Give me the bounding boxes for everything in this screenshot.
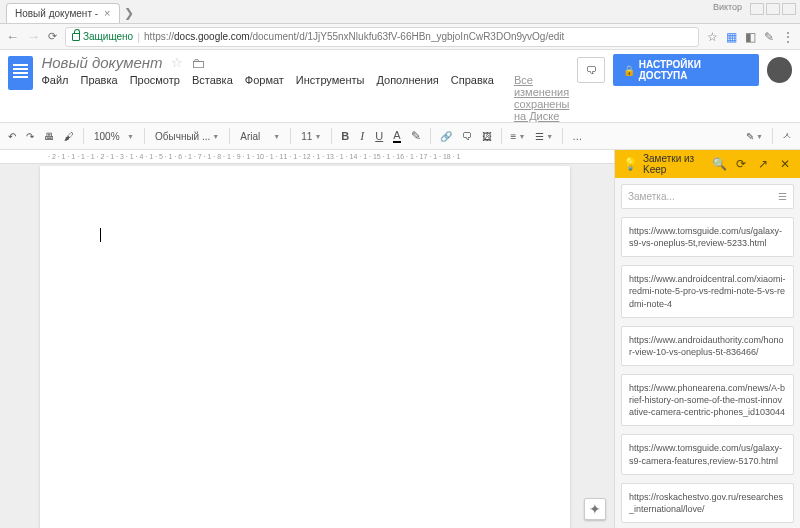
address-bar: ← → ⟳ Защищено | https://docs.google.com… <box>0 24 800 50</box>
paint-format-button[interactable]: 🖌 <box>60 129 78 144</box>
new-tab-button[interactable]: ❯ <box>124 6 134 20</box>
menu-bar: Файл Правка Просмотр Вставка Формат Инст… <box>41 74 569 122</box>
hide-menus-button[interactable]: ㅅ <box>778 127 796 145</box>
font-size-select[interactable]: 11▼ <box>296 129 326 144</box>
italic-button[interactable]: I <box>355 127 369 146</box>
explore-button[interactable]: ✦ <box>584 498 606 520</box>
menu-file[interactable]: Файл <box>41 74 68 122</box>
toolbar: ↶ ↷ 🖶 🖌 100%▼ Обычный ...▼ Arial▼ 11▼ B … <box>0 122 800 150</box>
document-canvas[interactable]: · 2 · 1 · 1 · 1 · 1 · 2 · 1 · 3 · 1 · 4 … <box>0 150 614 528</box>
save-status[interactable]: Все изменения сохранены на Диске <box>514 74 570 122</box>
secure-label: Защищено <box>83 31 133 42</box>
refresh-icon[interactable]: ⟳ <box>732 157 750 171</box>
star-icon[interactable]: ☆ <box>171 55 183 70</box>
search-icon[interactable]: 🔍 <box>710 157 728 171</box>
keep-bulb-icon: 💡 <box>621 157 639 171</box>
text-color-button[interactable]: A <box>389 128 404 145</box>
line-spacing-button[interactable]: ☰▼ <box>531 129 557 144</box>
url-text: https://docs.google.com/document/d/1JjY5… <box>144 31 564 42</box>
redo-button[interactable]: ↷ <box>22 129 38 144</box>
browser-tab[interactable]: Новый документ - × <box>6 3 120 23</box>
keep-note[interactable]: https://roskachestvo.gov.ru/researches_i… <box>621 483 794 523</box>
highlight-button[interactable]: ✎ <box>407 127 425 145</box>
browser-tabstrip: Новый документ - × ❯ Виктор <box>0 0 800 24</box>
menu-format[interactable]: Формат <box>245 74 284 122</box>
style-select[interactable]: Обычный ...▼ <box>150 129 224 144</box>
tab-title: Новый документ - <box>15 8 98 19</box>
document-title[interactable]: Новый документ <box>41 54 162 71</box>
underline-button[interactable]: U <box>371 128 387 144</box>
extension-icon[interactable]: ✎ <box>764 30 774 44</box>
insert-comment-button[interactable]: 🗨 <box>458 129 476 144</box>
avatar[interactable] <box>767 57 792 83</box>
keep-note[interactable]: https://www.tomsguide.com/us/galaxy-s9-c… <box>621 434 794 474</box>
lock-icon <box>72 33 80 41</box>
keep-note[interactable]: https://www.androidcentral.com/xiaomi-re… <box>621 265 794 317</box>
star-icon[interactable]: ☆ <box>707 30 718 44</box>
menu-view[interactable]: Просмотр <box>130 74 180 122</box>
page[interactable] <box>40 166 570 528</box>
bold-button[interactable]: B <box>337 128 353 144</box>
reload-button[interactable]: ⟳ <box>48 30 57 43</box>
insert-image-button[interactable]: 🖼 <box>478 129 496 144</box>
docs-header: Новый документ ☆ 🗀 Файл Правка Просмотр … <box>0 50 800 122</box>
docs-logo-icon[interactable] <box>8 56 33 90</box>
forward-button[interactable]: → <box>27 29 40 44</box>
keep-note[interactable]: https://www.phonearena.com/news/A-brief-… <box>621 374 794 426</box>
keep-note[interactable]: https://www.tomsguide.com/us/galaxy-s9-v… <box>621 217 794 257</box>
more-button[interactable]: … <box>568 129 586 144</box>
secure-badge: Защищено <box>72 31 133 42</box>
lock-icon: 🔒 <box>623 65 635 76</box>
zoom-select[interactable]: 100%▼ <box>89 129 139 144</box>
window-controls <box>750 3 796 15</box>
share-label: НАСТРОЙКИ ДОСТУПА <box>639 59 749 81</box>
open-external-icon[interactable]: ↗ <box>754 157 772 171</box>
comments-button[interactable]: 🗨 <box>577 57 604 83</box>
menu-help[interactable]: Справка <box>451 74 494 122</box>
extension-icons: ☆ ▦ ◧ ✎ ⋮ <box>707 30 794 44</box>
close-window-button[interactable] <box>782 3 796 15</box>
undo-button[interactable]: ↶ <box>4 129 20 144</box>
keep-sidebar: 💡 Заметки из Keep 🔍 ⟳ ↗ ✕ Заметка... ☰ h… <box>614 150 800 528</box>
minimize-button[interactable] <box>750 3 764 15</box>
extension-icon[interactable]: ▦ <box>726 30 737 44</box>
menu-addons[interactable]: Дополнения <box>376 74 438 122</box>
align-button[interactable]: ≡▼ <box>507 129 530 144</box>
font-select[interactable]: Arial▼ <box>235 129 285 144</box>
profile-name[interactable]: Виктор <box>713 2 742 12</box>
keep-new-note-input[interactable]: Заметка... ☰ <box>621 184 794 209</box>
folder-icon[interactable]: 🗀 <box>191 55 205 71</box>
back-button[interactable]: ← <box>6 29 19 44</box>
menu-icon[interactable]: ⋮ <box>782 30 794 44</box>
keep-placeholder: Заметка... <box>628 191 675 202</box>
keep-header: 💡 Заметки из Keep 🔍 ⟳ ↗ ✕ <box>615 150 800 178</box>
ruler[interactable]: · 2 · 1 · 1 · 1 · 1 · 2 · 1 · 3 · 1 · 4 … <box>0 150 614 164</box>
url-field[interactable]: Защищено | https://docs.google.com/docum… <box>65 27 699 47</box>
menu-edit[interactable]: Правка <box>80 74 117 122</box>
text-cursor <box>100 228 101 242</box>
insert-link-button[interactable]: 🔗 <box>436 129 456 144</box>
menu-insert[interactable]: Вставка <box>192 74 233 122</box>
extension-icon[interactable]: ◧ <box>745 30 756 44</box>
keep-title: Заметки из Keep <box>643 153 706 175</box>
editing-mode-button[interactable]: ✎ ▼ <box>742 129 767 144</box>
maximize-button[interactable] <box>766 3 780 15</box>
close-icon[interactable]: ✕ <box>776 157 794 171</box>
close-icon[interactable]: × <box>104 8 110 19</box>
print-button[interactable]: 🖶 <box>40 129 58 144</box>
share-button[interactable]: 🔒 НАСТРОЙКИ ДОСТУПА <box>613 54 759 86</box>
menu-tools[interactable]: Инструменты <box>296 74 365 122</box>
list-icon[interactable]: ☰ <box>778 191 787 202</box>
keep-body[interactable]: Заметка... ☰ https://www.tomsguide.com/u… <box>615 178 800 528</box>
keep-note[interactable]: https://www.androidauthority.com/honor-v… <box>621 326 794 366</box>
